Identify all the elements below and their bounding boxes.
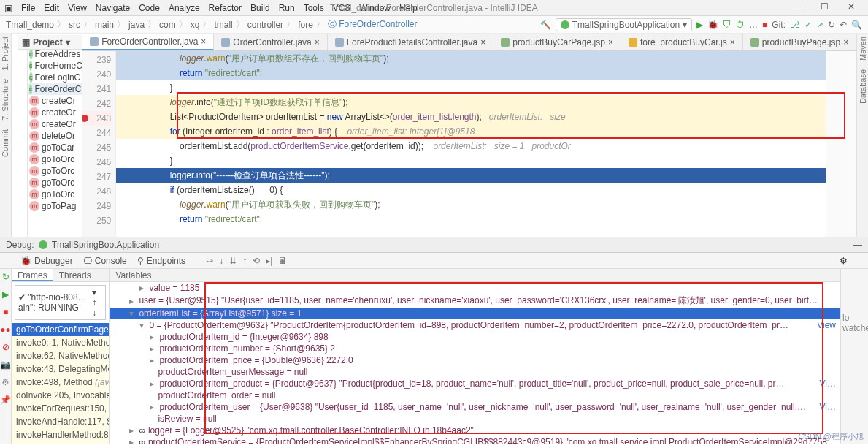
menu-analyze[interactable]: Analyze: [169, 3, 200, 13]
stop-icon[interactable]: ■: [3, 307, 8, 317]
run-config-selector[interactable]: TmallSpringBootApplication ▾: [556, 18, 692, 31]
endpoints-tab[interactable]: ⚲ Endpoints: [137, 256, 185, 266]
structure-tool-button[interactable]: 7: Structure: [1, 79, 9, 121]
git-branch-icon[interactable]: ⎇: [790, 20, 800, 30]
crumb[interactable]: fore: [298, 20, 313, 30]
step-out-icon[interactable]: ↑: [242, 256, 247, 266]
tab[interactable]: fore_productBuyCar.js ×: [621, 34, 743, 50]
minimize-icon[interactable]: —: [853, 240, 862, 250]
maven-tool-button[interactable]: Maven: [859, 37, 867, 61]
build-icon[interactable]: 🔨: [540, 20, 551, 30]
stack-frame[interactable]: invoke0:-1, NativeMethodAccessorImpl (su…: [12, 336, 109, 349]
threads-tab[interactable]: Threads: [53, 269, 97, 281]
crumb[interactable]: src: [69, 20, 80, 30]
gutter[interactable]: 239240241 242243244 245246247 248249250: [82, 51, 116, 237]
tab[interactable]: ForeOrderController.java ×: [82, 34, 214, 50]
menu-view[interactable]: View: [68, 3, 87, 13]
crumb[interactable]: main: [95, 20, 114, 30]
project-tree[interactable]: cForeAddres cForeHomeC cForeLoginC cFore…: [28, 34, 82, 237]
gear-icon[interactable]: ⚙: [1, 377, 9, 387]
debug-config: TmallSpringBootApplication: [52, 240, 159, 250]
console-tab[interactable]: 🖵 Console: [83, 256, 127, 266]
app-icon: ▣: [4, 3, 12, 13]
tab[interactable]: productBuyPage.jsp ×: [743, 34, 856, 50]
variables-tree[interactable]: ▸value = 1185 ▸user = {User@9515} "User{…: [110, 282, 840, 444]
run-button[interactable]: ▶: [696, 20, 703, 30]
git-revert-icon[interactable]: ↶: [840, 20, 847, 30]
project-tool-button[interactable]: 1: Project: [1, 37, 9, 70]
step-into-icon[interactable]: ↓: [219, 256, 223, 266]
search-icon[interactable]: 🔍: [851, 20, 862, 30]
thread-selector[interactable]: ✔ "http-nio-808…ain": RUNNING▾ ↑ ↓: [15, 285, 106, 320]
resume-icon[interactable]: ▶: [2, 289, 9, 300]
force-step-into-icon[interactable]: ⇊: [229, 256, 237, 266]
git-push-icon[interactable]: ↗: [816, 20, 823, 30]
database-tool-button[interactable]: Database: [859, 69, 867, 104]
git-label: Git:: [772, 20, 786, 30]
debug-label: Debug:: [6, 240, 34, 250]
menu-edit[interactable]: Edit: [44, 3, 59, 13]
thread-dump-icon[interactable]: 📷: [0, 360, 11, 370]
variables-header: Variables: [110, 269, 840, 282]
stack-frame[interactable]: invokeHandlerMethod:895, RequestMappingH…: [12, 428, 109, 441]
stack-frame[interactable]: invokeForRequest:150, InvocableHandlerMe…: [12, 402, 109, 415]
crumb[interactable]: com: [159, 20, 176, 30]
profile-button[interactable]: ⏱: [736, 20, 745, 30]
stack-frame[interactable]: handleInternal:808, RequestMappingHandle…: [12, 441, 109, 444]
git-history-icon[interactable]: ↻: [828, 20, 835, 30]
code-area[interactable]: logger.warn("用户订单项数组不存在，回到购物车页"); return…: [116, 51, 826, 237]
call-stack[interactable]: goToOrderConfirmPageByCart:247, ForeOrde…: [12, 323, 109, 444]
stack-frame[interactable]: goToOrderConfirmPageByCart:247, ForeOrde…: [12, 323, 109, 336]
crumb-class[interactable]: ⓒ ForeOrderController: [328, 18, 418, 31]
run-to-cursor-icon[interactable]: ▸|: [266, 256, 272, 266]
stack-frame[interactable]: doInvoke:205, InvocableHandlerMethod (or…: [12, 389, 109, 402]
minimap[interactable]: [826, 51, 856, 237]
rerun-icon[interactable]: ↻: [2, 272, 9, 282]
coverage-button[interactable]: ⛉: [723, 20, 731, 30]
frames-tab[interactable]: Frames: [12, 269, 53, 281]
crumb[interactable]: xq: [191, 20, 200, 30]
stop-button[interactable]: ■: [762, 20, 767, 30]
crumb[interactable]: Tmall_demo: [6, 20, 54, 30]
maximize-button[interactable]: ☐: [821, 1, 829, 12]
menu-file[interactable]: File: [21, 3, 35, 13]
crumb[interactable]: tmall: [214, 20, 232, 30]
editor-tabs: ForeOrderController.java × OrderControll…: [82, 34, 856, 51]
leaf-icon: [39, 240, 47, 249]
tab[interactable]: ForeProductDetailsController.java ×: [328, 34, 493, 50]
close-button[interactable]: ✕: [848, 1, 855, 12]
menu-refactor[interactable]: Refactor: [209, 3, 242, 13]
tab[interactable]: OrderController.java ×: [214, 34, 327, 50]
settings-icon[interactable]: ⚙: [840, 256, 848, 266]
watermark: CSDN @程序小旭: [799, 431, 864, 442]
menu-code[interactable]: Code: [139, 3, 160, 13]
menu-tools[interactable]: Tools: [304, 3, 324, 13]
crumb[interactable]: java: [128, 20, 145, 30]
stack-frame[interactable]: invoke:498, Method (java.lang.reflect): [12, 376, 109, 389]
mute-icon[interactable]: ⊘: [2, 342, 9, 352]
watches-label[interactable]: lo watche: [840, 269, 868, 444]
project-collapse[interactable]: —: [12, 34, 28, 237]
stack-frame[interactable]: invokeAndHandle:117, ServletInvocableHan…: [12, 415, 109, 428]
menu-run[interactable]: Run: [279, 3, 295, 13]
stack-frame[interactable]: invoke:43, DelegatingMethodAccessorImpl …: [12, 362, 109, 376]
commit-tool-button[interactable]: Commit: [1, 129, 9, 157]
breakpoints-icon[interactable]: ●●: [0, 324, 11, 335]
menu-build[interactable]: Build: [250, 3, 270, 13]
debug-header: Debug: TmallSpringBootApplication —: [0, 237, 868, 253]
debugger-tab[interactable]: 🐞 Debugger: [20, 256, 73, 266]
step-over-icon[interactable]: ⤻: [206, 256, 213, 266]
menu-navigate[interactable]: Navigate: [96, 3, 130, 13]
git-update-icon[interactable]: ✓: [804, 20, 812, 30]
drop-frame-icon[interactable]: ⟲: [253, 256, 260, 266]
left-tool-strip: 1: Project 7: Structure Commit: [0, 34, 12, 237]
crumb[interactable]: controller: [247, 20, 283, 30]
attach-button[interactable]: …: [749, 20, 758, 30]
evaluate-icon[interactable]: 🖩: [278, 256, 287, 266]
debug-toolbar: ↻ ▶ ■ ●● ⊘ 📷 ⚙ 📌: [0, 269, 12, 444]
minimize-button[interactable]: —: [793, 1, 802, 12]
debug-button[interactable]: 🐞: [707, 20, 718, 30]
tab[interactable]: productBuyCarPage.jsp ×: [493, 34, 621, 50]
stack-frame[interactable]: invoke:62, NativeMethodAccessorImpl (sun…: [12, 349, 109, 362]
pin-icon[interactable]: 📌: [0, 395, 11, 405]
